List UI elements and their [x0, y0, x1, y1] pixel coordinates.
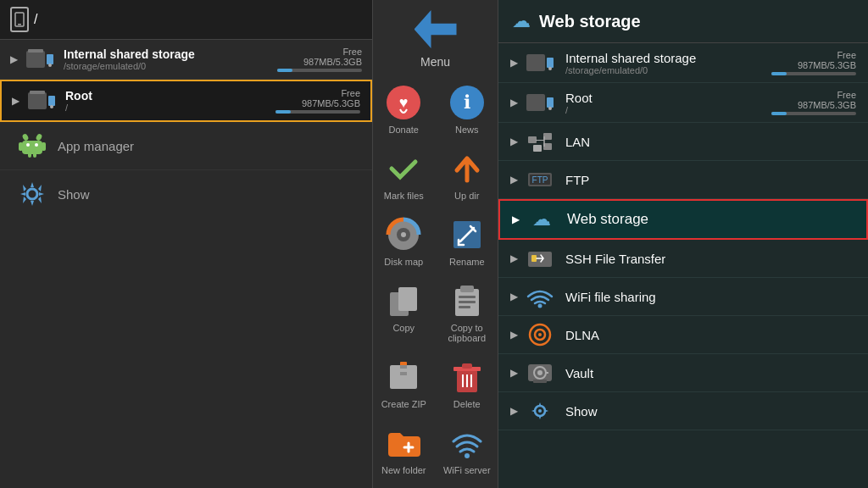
expand-arrow: ▶ [10, 53, 18, 65]
svg-point-82 [537, 370, 542, 375]
svg-point-61 [548, 67, 552, 70]
create-zip-label: Create ZIP [381, 399, 426, 409]
donate-label: Donate [389, 125, 419, 135]
r-root-path: / [565, 105, 771, 115]
r-internal-size: 987MB/5.3GB [771, 60, 856, 70]
right-dlna-item[interactable]: ▶ DLNA [498, 316, 868, 354]
web-info: Web storage [567, 211, 854, 228]
storage-icon [25, 47, 55, 71]
rename-label: Rename [449, 257, 485, 267]
show-item[interactable]: Show [0, 170, 372, 218]
root-item[interactable]: ▶ Root / Free 987MB/5.3GB [0, 80, 372, 122]
back-arrow-wrap [373, 0, 498, 55]
r-root-info: Root / [565, 91, 771, 115]
mark-files-button[interactable]: Mark files [373, 143, 435, 208]
menu-grid: ♥ Donate ℹ News Mark files [373, 77, 498, 488]
storage-free: Free 987MB/5.3GB [277, 47, 362, 72]
ftp-icon: FTP [525, 168, 555, 191]
dlna-name: DLNA [565, 328, 856, 342]
r-show-name: Show [565, 404, 856, 419]
dlna-icon [525, 323, 555, 347]
right-wifi-sharing-item[interactable]: ▶ WiFi file sharing [498, 278, 868, 316]
svg-point-26 [401, 232, 406, 237]
create-zip-button[interactable]: Create ZIP [373, 352, 435, 416]
copy-clipboard-button[interactable]: Copy to clipboard [437, 275, 498, 350]
right-root-item[interactable]: ▶ Root / Free 987MB/5.3GB [498, 83, 868, 123]
wifi-sharing-name: WiFi file sharing [565, 290, 856, 304]
up-dir-icon [448, 150, 486, 187]
svg-rect-15 [28, 151, 31, 158]
app-manager-item[interactable]: App manager [0, 122, 372, 170]
r-show-arrow: ▶ [510, 405, 518, 417]
svg-rect-40 [400, 375, 407, 379]
phone-icon [10, 7, 29, 32]
svg-rect-12 [22, 141, 42, 154]
donate-icon: ♥ [385, 84, 422, 121]
progress-fill [277, 69, 292, 72]
donate-button[interactable]: ♥ Donate [373, 77, 435, 141]
new-text-button[interactable]: New text file [437, 484, 498, 488]
gear-icon [17, 179, 47, 209]
svg-point-10 [21, 133, 29, 141]
right-vault-item[interactable]: ▶ Vault [498, 354, 868, 392]
svg-point-19 [27, 189, 37, 199]
show-label: Show [58, 187, 90, 202]
copy-clipboard-label: Copy to clipboard [440, 323, 495, 343]
svg-point-17 [26, 143, 30, 147]
copy-clipboard-icon [448, 282, 486, 319]
up-dir-label: Up dir [454, 191, 479, 201]
right-lan-item[interactable]: ▶ LAN [498, 123, 868, 161]
r-root-free-label: Free [771, 90, 856, 100]
svg-rect-16 [33, 151, 36, 158]
up-dir-button[interactable]: Up dir [437, 143, 498, 208]
r-ftp-arrow: ▶ [510, 174, 518, 186]
svg-rect-3 [28, 49, 43, 53]
svg-rect-66 [536, 140, 544, 141]
right-internal-storage[interactable]: ▶ Internal shared storage /storage/emula… [498, 43, 868, 83]
r-root-progress [771, 112, 856, 115]
root-progress [275, 110, 360, 114]
svg-rect-7 [30, 91, 45, 94]
free-label: Free [277, 47, 362, 57]
rename-button[interactable]: Rename [437, 209, 498, 274]
internal-storage-item[interactable]: ▶ Internal shared storage /storage/emula… [0, 40, 372, 80]
delete-label: Delete [453, 399, 481, 409]
vault-name: Vault [565, 366, 856, 380]
r-show-gear-icon [525, 399, 555, 423]
right-header: ☁ Web storage [498, 0, 868, 43]
disk-map-button[interactable]: Disk map [373, 209, 435, 274]
svg-rect-34 [459, 306, 470, 308]
svg-rect-63 [547, 97, 554, 108]
r-show-info: Show [565, 404, 856, 419]
news-button[interactable]: ℹ News [437, 77, 498, 141]
r-web-arrow: ▶ [512, 214, 520, 225]
new-folder-button[interactable]: New folder [373, 418, 435, 482]
r-wifi-arrow: ▶ [510, 291, 518, 302]
svg-rect-59 [526, 54, 545, 71]
rename-icon [448, 216, 486, 253]
svg-point-9 [50, 105, 53, 108]
ftp-server-button[interactable]: FTP FTP server [373, 484, 435, 488]
disk-map-icon [385, 216, 422, 253]
storage-progress-bar [277, 69, 362, 72]
android-icon [17, 130, 47, 161]
r-internal-info: Internal shared storage /storage/emulate… [565, 51, 771, 75]
right-ssh-item[interactable]: ▶ SSH File Transfer [498, 240, 868, 278]
root-progress-fill [275, 110, 291, 114]
right-ftp-item[interactable]: ▶ FTP FTP [498, 161, 868, 199]
svg-text:♥: ♥ [399, 94, 409, 111]
svg-rect-60 [547, 58, 554, 68]
right-webstorage-item[interactable]: ▶ ☁ Web storage [498, 199, 868, 240]
delete-button[interactable]: Delete [437, 352, 498, 416]
r-root-icon [525, 91, 555, 114]
right-show-item[interactable]: ▶ Show [498, 392, 868, 430]
wifi-server-button[interactable]: WiFi server [437, 418, 498, 482]
ftp-name: FTP [565, 173, 856, 187]
storage-path: /storage/emulated/0 [64, 61, 277, 71]
copy-button[interactable]: Copy [373, 275, 435, 350]
copy-label: Copy [392, 323, 415, 333]
r-expand-arrow: ▶ [510, 57, 518, 69]
svg-rect-70 [533, 145, 542, 152]
r-internal-name: Internal shared storage [565, 51, 771, 65]
breadcrumb[interactable]: / [0, 0, 372, 40]
